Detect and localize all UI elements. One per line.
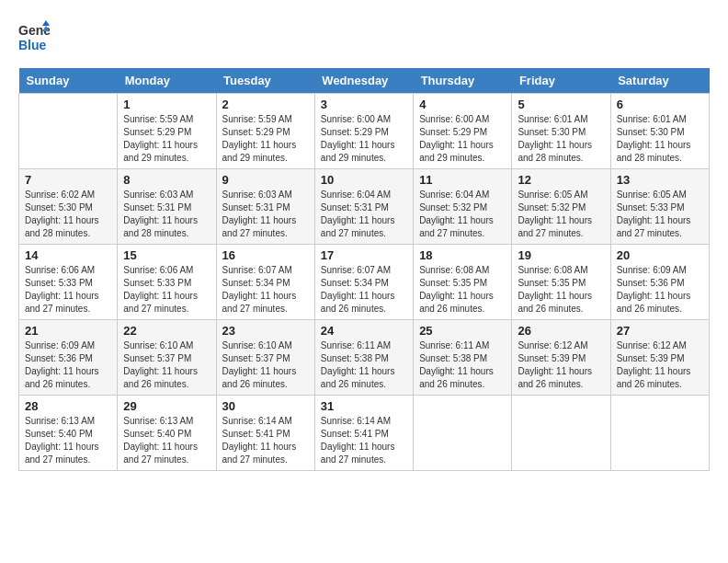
svg-text:Blue: Blue (18, 38, 47, 52)
day-info: Sunrise: 6:11 AMSunset: 5:38 PMDaylight:… (419, 339, 506, 391)
calendar-cell: 23Sunrise: 6:10 AMSunset: 5:37 PMDayligh… (216, 320, 314, 396)
calendar-cell (512, 396, 610, 471)
day-number: 12 (518, 173, 604, 187)
day-info: Sunrise: 6:08 AMSunset: 5:35 PMDaylight:… (518, 264, 604, 316)
day-info: Sunrise: 6:00 AMSunset: 5:29 PMDaylight:… (321, 113, 407, 165)
day-number: 14 (25, 248, 111, 262)
day-info: Sunrise: 6:11 AMSunset: 5:38 PMDaylight:… (321, 339, 407, 391)
calendar-cell: 30Sunrise: 6:14 AMSunset: 5:41 PMDayligh… (216, 396, 314, 471)
calendar-cell (414, 396, 512, 471)
day-info: Sunrise: 6:07 AMSunset: 5:34 PMDaylight:… (321, 264, 407, 316)
calendar-cell: 3Sunrise: 6:00 AMSunset: 5:29 PMDaylight… (314, 94, 413, 169)
day-number: 1 (123, 98, 210, 111)
calendar-cell: 17Sunrise: 6:07 AMSunset: 5:34 PMDayligh… (314, 245, 413, 320)
day-info: Sunrise: 6:09 AMSunset: 5:36 PMDaylight:… (25, 339, 111, 391)
day-number: 7 (25, 173, 111, 187)
day-info: Sunrise: 6:14 AMSunset: 5:41 PMDaylight:… (321, 415, 407, 466)
calendar-cell: 28Sunrise: 6:13 AMSunset: 5:40 PMDayligh… (19, 396, 118, 471)
calendar-cell: 12Sunrise: 6:05 AMSunset: 5:32 PMDayligh… (512, 169, 610, 245)
day-number: 19 (518, 248, 604, 262)
day-info: Sunrise: 6:06 AMSunset: 5:33 PMDaylight:… (25, 264, 111, 316)
calendar-cell: 26Sunrise: 6:12 AMSunset: 5:39 PMDayligh… (512, 320, 610, 396)
day-number: 26 (518, 324, 604, 338)
logo: General Blue (18, 18, 50, 59)
calendar-cell: 7Sunrise: 6:02 AMSunset: 5:30 PMDaylight… (19, 169, 118, 245)
calendar-cell: 29Sunrise: 6:13 AMSunset: 5:40 PMDayligh… (118, 396, 216, 471)
day-number: 5 (518, 98, 604, 111)
calendar-cell: 18Sunrise: 6:08 AMSunset: 5:35 PMDayligh… (414, 245, 512, 320)
calendar-cell: 31Sunrise: 6:14 AMSunset: 5:41 PMDayligh… (314, 396, 413, 471)
day-info: Sunrise: 6:01 AMSunset: 5:30 PMDaylight:… (617, 113, 703, 165)
day-number: 18 (419, 248, 506, 262)
day-info: Sunrise: 5:59 AMSunset: 5:29 PMDaylight:… (123, 113, 210, 165)
day-number: 6 (617, 98, 703, 111)
day-header-saturday: Saturday (610, 68, 709, 94)
day-number: 13 (617, 173, 703, 187)
day-info: Sunrise: 6:10 AMSunset: 5:37 PMDaylight:… (123, 339, 210, 391)
calendar-cell: 8Sunrise: 6:03 AMSunset: 5:31 PMDaylight… (118, 169, 216, 245)
day-info: Sunrise: 6:12 AMSunset: 5:39 PMDaylight:… (617, 339, 703, 391)
day-number: 9 (222, 173, 309, 187)
calendar-cell: 21Sunrise: 6:09 AMSunset: 5:36 PMDayligh… (19, 320, 118, 396)
day-number: 23 (222, 324, 309, 338)
day-info: Sunrise: 6:04 AMSunset: 5:32 PMDaylight:… (419, 189, 506, 240)
calendar-cell: 1Sunrise: 5:59 AMSunset: 5:29 PMDaylight… (118, 94, 216, 169)
day-info: Sunrise: 6:13 AMSunset: 5:40 PMDaylight:… (25, 415, 111, 466)
calendar-cell: 24Sunrise: 6:11 AMSunset: 5:38 PMDayligh… (314, 320, 413, 396)
day-number: 22 (123, 324, 210, 338)
day-number: 25 (419, 324, 506, 338)
day-number: 21 (25, 324, 111, 338)
day-info: Sunrise: 6:10 AMSunset: 5:37 PMDaylight:… (222, 339, 309, 391)
day-number: 28 (25, 399, 111, 413)
day-info: Sunrise: 6:05 AMSunset: 5:32 PMDaylight:… (518, 189, 604, 240)
calendar-cell: 5Sunrise: 6:01 AMSunset: 5:30 PMDaylight… (512, 94, 610, 169)
day-number: 17 (321, 248, 407, 262)
calendar-cell: 4Sunrise: 6:00 AMSunset: 5:29 PMDaylight… (414, 94, 512, 169)
day-number: 16 (222, 248, 309, 262)
calendar-cell: 10Sunrise: 6:04 AMSunset: 5:31 PMDayligh… (314, 169, 413, 245)
calendar-cell: 13Sunrise: 6:05 AMSunset: 5:33 PMDayligh… (610, 169, 709, 245)
day-info: Sunrise: 6:05 AMSunset: 5:33 PMDaylight:… (617, 189, 703, 240)
day-number: 31 (321, 399, 407, 413)
logo-icon: General Blue (18, 18, 50, 55)
calendar-week-1: 1Sunrise: 5:59 AMSunset: 5:29 PMDaylight… (19, 94, 710, 169)
day-number: 27 (617, 324, 703, 338)
day-info: Sunrise: 6:06 AMSunset: 5:33 PMDaylight:… (123, 264, 210, 316)
day-header-tuesday: Tuesday (216, 68, 314, 94)
calendar-cell (19, 94, 118, 169)
day-info: Sunrise: 6:12 AMSunset: 5:39 PMDaylight:… (518, 339, 604, 391)
day-number: 29 (123, 399, 210, 413)
calendar-week-5: 28Sunrise: 6:13 AMSunset: 5:40 PMDayligh… (19, 396, 710, 471)
day-number: 3 (321, 98, 407, 111)
calendar-cell: 25Sunrise: 6:11 AMSunset: 5:38 PMDayligh… (414, 320, 512, 396)
day-number: 11 (419, 173, 506, 187)
day-info: Sunrise: 6:14 AMSunset: 5:41 PMDaylight:… (222, 415, 309, 466)
calendar-cell (610, 396, 709, 471)
day-info: Sunrise: 6:09 AMSunset: 5:36 PMDaylight:… (617, 264, 703, 316)
day-info: Sunrise: 6:13 AMSunset: 5:40 PMDaylight:… (123, 415, 210, 466)
day-number: 4 (419, 98, 506, 111)
calendar-cell: 15Sunrise: 6:06 AMSunset: 5:33 PMDayligh… (118, 245, 216, 320)
day-number: 30 (222, 399, 309, 413)
calendar-cell: 20Sunrise: 6:09 AMSunset: 5:36 PMDayligh… (610, 245, 709, 320)
calendar-cell: 22Sunrise: 6:10 AMSunset: 5:37 PMDayligh… (118, 320, 216, 396)
calendar-week-4: 21Sunrise: 6:09 AMSunset: 5:36 PMDayligh… (19, 320, 710, 396)
day-number: 10 (321, 173, 407, 187)
calendar-cell: 6Sunrise: 6:01 AMSunset: 5:30 PMDaylight… (610, 94, 709, 169)
day-info: Sunrise: 6:07 AMSunset: 5:34 PMDaylight:… (222, 264, 309, 316)
day-header-sunday: Sunday (19, 68, 118, 94)
day-info: Sunrise: 6:02 AMSunset: 5:30 PMDaylight:… (25, 189, 111, 240)
calendar-table: SundayMondayTuesdayWednesdayThursdayFrid… (18, 68, 710, 471)
calendar-week-3: 14Sunrise: 6:06 AMSunset: 5:33 PMDayligh… (19, 245, 710, 320)
day-info: Sunrise: 6:03 AMSunset: 5:31 PMDaylight:… (222, 189, 309, 240)
calendar-header-row: SundayMondayTuesdayWednesdayThursdayFrid… (19, 68, 710, 94)
day-info: Sunrise: 6:04 AMSunset: 5:31 PMDaylight:… (321, 189, 407, 240)
day-info: Sunrise: 6:01 AMSunset: 5:30 PMDaylight:… (518, 113, 604, 165)
day-header-friday: Friday (512, 68, 610, 94)
day-header-thursday: Thursday (414, 68, 512, 94)
day-info: Sunrise: 6:03 AMSunset: 5:31 PMDaylight:… (123, 189, 210, 240)
calendar-cell: 27Sunrise: 6:12 AMSunset: 5:39 PMDayligh… (610, 320, 709, 396)
calendar-week-2: 7Sunrise: 6:02 AMSunset: 5:30 PMDaylight… (19, 169, 710, 245)
day-number: 2 (222, 98, 309, 111)
calendar-cell: 16Sunrise: 6:07 AMSunset: 5:34 PMDayligh… (216, 245, 314, 320)
